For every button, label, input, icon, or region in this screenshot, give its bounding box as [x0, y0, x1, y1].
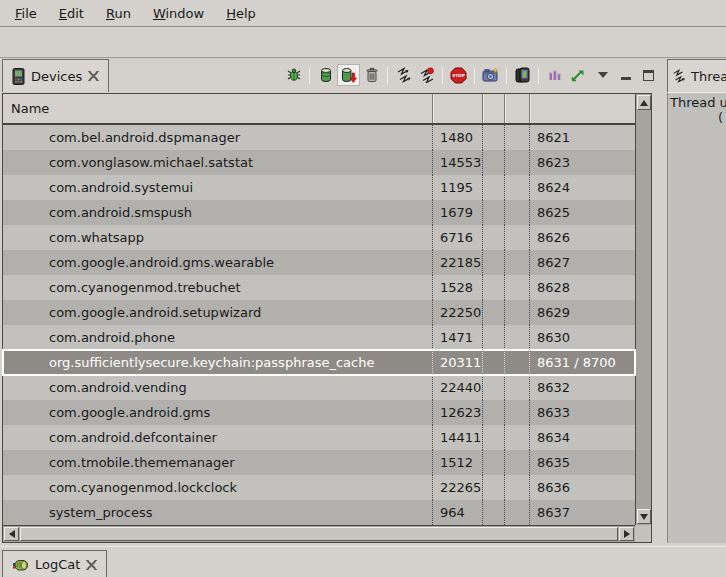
table-row[interactable]: com.android.smspush16798625 [3, 200, 635, 225]
cell-c3 [483, 400, 505, 425]
cell-c3 [483, 475, 505, 500]
cell-name: com.whatsapp [3, 225, 433, 250]
cell-pid: 1512 [433, 450, 483, 475]
menu-window[interactable]: Window [142, 2, 215, 25]
cell-c4 [505, 375, 530, 400]
svg-text:STOP: STOP [452, 73, 465, 78]
table-row[interactable]: com.android.defcontainer144118634 [3, 425, 635, 450]
toolbar-separator [474, 67, 475, 84]
cause-gc-icon[interactable] [360, 64, 383, 86]
cell-c4 [505, 250, 530, 275]
menu-edit[interactable]: Edit [48, 2, 95, 25]
cell-c4 [505, 225, 530, 250]
cell-c3 [483, 500, 505, 525]
cell-port: 8630 [530, 325, 635, 350]
table-row[interactable]: com.google.android.gms126238633 [3, 400, 635, 425]
table-row[interactable]: com.tmobile.thememanager15128635 [3, 450, 635, 475]
menu-help[interactable]: Help [215, 2, 267, 25]
table-row[interactable]: com.android.vending224408632 [3, 375, 635, 400]
scroll-left-button[interactable] [4, 527, 19, 541]
menu-file[interactable]: File [4, 2, 48, 25]
cell-pid: 14411 [433, 425, 483, 450]
cell-port: 8633 [530, 400, 635, 425]
view-menu-icon[interactable] [593, 65, 612, 85]
cell-name: com.android.vending [3, 375, 433, 400]
header-pid[interactable] [433, 94, 483, 123]
header-name[interactable]: Name [3, 94, 433, 123]
cell-c4 [505, 475, 530, 500]
vertical-scrollbar[interactable] [635, 94, 651, 525]
header-name-label: Name [11, 101, 49, 116]
cell-c4 [505, 350, 530, 375]
cell-port: 8625 [530, 200, 635, 225]
tab-logcat[interactable]: LogCat [2, 550, 107, 577]
cell-c3 [483, 175, 505, 200]
device-table: Name com.bel.android.dspmanager14808621c… [2, 93, 652, 543]
table-row[interactable]: com.cyanogenmod.trebuchet15288628 [3, 275, 635, 300]
screen-capture-icon[interactable] [479, 64, 502, 86]
cell-c4 [505, 200, 530, 225]
table-row[interactable]: com.cyanogenmod.lockclock222658636 [3, 475, 635, 500]
threads-message: Thread up [670, 95, 726, 110]
device-screens-icon[interactable] [511, 64, 534, 86]
horizontal-scroll-thumb[interactable] [20, 527, 618, 541]
threads-icon [672, 69, 686, 83]
scroll-down-button[interactable] [637, 509, 651, 524]
close-icon[interactable] [86, 560, 97, 570]
minimize-icon[interactable] [616, 65, 635, 85]
cell-port: 8626 [530, 225, 635, 250]
table-row[interactable]: com.vonglasow.michael.satstat145538623 [3, 150, 635, 175]
start-tracing-icon[interactable] [566, 64, 589, 86]
stop-process-icon[interactable]: STOP [447, 64, 470, 86]
cell-port: 8637 [530, 500, 635, 525]
table-row[interactable]: com.android.systemui11958624 [3, 175, 635, 200]
cell-port: 8635 [530, 450, 635, 475]
profiling-bars-icon[interactable] [543, 64, 566, 86]
cell-name: com.android.defcontainer [3, 425, 433, 450]
update-threads-icon[interactable] [392, 64, 415, 86]
table-row-selected[interactable]: org.sufficientlysecure.keychain:passphra… [3, 350, 635, 375]
header-col4[interactable] [505, 94, 530, 123]
cell-port: 8634 [530, 425, 635, 450]
cell-port: 8621 [530, 125, 635, 150]
cell-name: com.google.android.setupwizard [3, 300, 433, 325]
update-heap-icon[interactable] [314, 64, 337, 86]
cell-c4 [505, 150, 530, 175]
table-row[interactable]: com.google.android.gms.wearable221858627 [3, 250, 635, 275]
table-row[interactable]: com.bel.android.dspmanager14808621 [3, 125, 635, 150]
logcat-view: LogCat [0, 546, 726, 577]
cell-c3 [483, 300, 505, 325]
table-row[interactable]: com.android.phone14718630 [3, 325, 635, 350]
cell-name: com.cyanogenmod.trebuchet [3, 275, 433, 300]
cell-pid: 1528 [433, 275, 483, 300]
cell-c4 [505, 425, 530, 450]
tab-threads[interactable]: Threads [667, 59, 726, 92]
tab-devices[interactable]: Devices [2, 59, 109, 92]
table-row[interactable]: system_process9648637 [3, 500, 635, 525]
table-row[interactable]: com.google.android.setupwizard222508629 [3, 300, 635, 325]
dump-hprof-icon[interactable] [337, 64, 360, 86]
cell-c4 [505, 450, 530, 475]
table-row[interactable]: com.whatsapp67168626 [3, 225, 635, 250]
cell-c3 [483, 350, 505, 375]
menu-run[interactable]: Run [95, 2, 142, 25]
maximize-icon[interactable] [639, 65, 658, 85]
device-table-header: Name [3, 94, 635, 125]
cell-pid: 20311 [433, 350, 483, 375]
cell-pid: 22440 [433, 375, 483, 400]
debug-process-icon[interactable] [282, 64, 305, 86]
horizontal-scrollbar[interactable] [3, 525, 635, 542]
close-icon[interactable] [88, 71, 99, 81]
cell-c4 [505, 325, 530, 350]
header-port[interactable] [530, 94, 635, 123]
toolbar-separator [538, 67, 539, 84]
toolbar-separator [387, 67, 388, 84]
cell-name: com.vonglasow.michael.satstat [3, 150, 433, 175]
cell-name: org.sufficientlysecure.keychain:passphra… [3, 350, 433, 375]
start-method-profiling-icon[interactable] [415, 64, 438, 86]
phone-icon [12, 68, 25, 85]
scroll-up-button[interactable] [637, 95, 651, 110]
scroll-right-button[interactable] [619, 527, 634, 541]
header-col3[interactable] [483, 94, 505, 123]
cell-name: com.tmobile.thememanager [3, 450, 433, 475]
